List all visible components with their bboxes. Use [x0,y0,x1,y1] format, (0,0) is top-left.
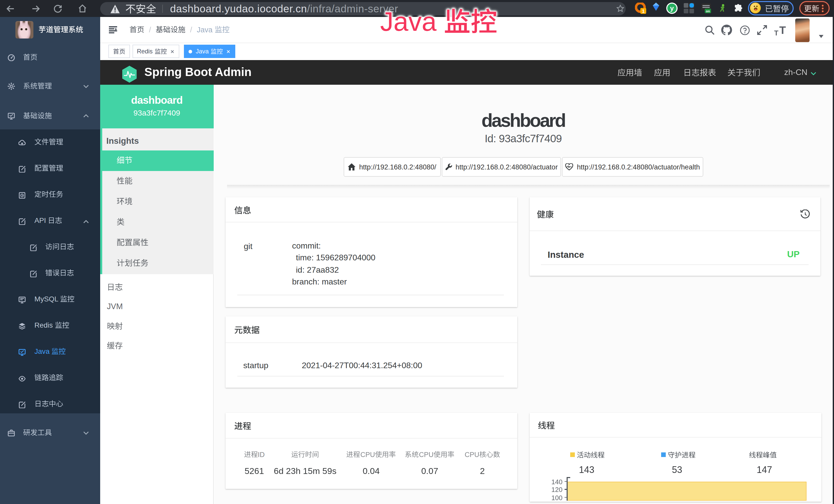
svg-text:on: on [706,9,710,13]
svg-text:1: 1 [642,8,644,14]
svg-text:y: y [670,4,674,12]
